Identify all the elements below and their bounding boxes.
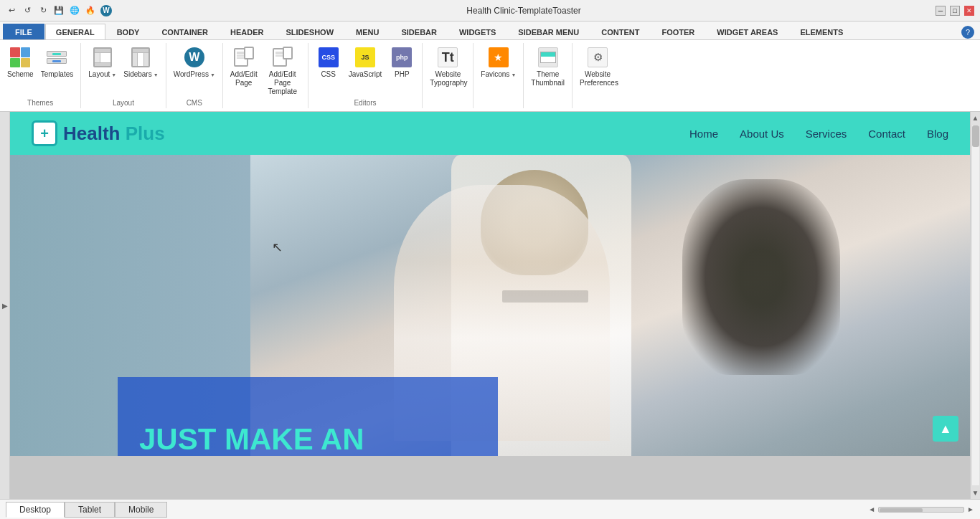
php-icon: php [390,46,413,69]
favicons-button[interactable]: ★ Favicons ▼ [478,44,519,80]
add-edit-template-button[interactable]: Add/Edit PageTemplate [262,44,303,97]
tab-general[interactable]: GENERAL [45,24,105,39]
javascript-label: JavaScript [349,70,382,79]
scroll-left-arrow[interactable]: ◄ [868,505,875,513]
ribbon-group-editors: CSS CSS JS JavaScript php PHP Editors [308,43,423,108]
tab-content[interactable]: CONTENT [590,24,650,39]
nav-about[interactable]: About Us [740,128,784,140]
wordpress-button[interactable]: W WordPress ▼ [171,44,218,80]
title-bar-left: ↩ ↺ ↻ 💾 🌐 🔥 W [6,5,112,16]
scroll-right-arrow[interactable]: ► [967,505,974,513]
php-button[interactable]: php PHP [386,44,418,80]
thumbnail-group-label [528,105,567,108]
typography-group-label [427,105,468,108]
logo-text: Health Plus [63,123,165,145]
close-button[interactable]: ✕ [964,6,974,16]
javascript-icon: JS [354,46,377,69]
add-edit-template-icon [271,46,294,69]
ribbon-tabs: FILE GENERAL BODY CONTAINER HEADER SLIDE… [0,22,980,40]
nav-home[interactable]: Home [689,128,718,140]
ribbon-group-thumbnail-items: ThemeThumbnail [528,43,567,105]
tab-body[interactable]: BODY [106,24,151,39]
tab-slideshow[interactable]: SLIDESHOW [275,24,344,39]
tab-footer[interactable]: FOOTER [651,24,705,39]
css-label: CSS [321,70,336,79]
tab-widgets[interactable]: WIDGETS [448,24,507,39]
ribbon-group-themes: Scheme Templates Themes [0,43,81,108]
sidebars-button[interactable]: Sidebars ▼ [121,44,161,80]
tab-header[interactable]: HEADER [220,24,274,39]
help-button[interactable]: ? [961,26,974,39]
ribbon-group-editors-items: CSS CSS JS JavaScript php PHP [313,43,418,97]
tab-tablet[interactable]: Tablet [65,502,115,518]
layout-button[interactable]: Layout ▼ [85,44,119,80]
logo-health: Health [63,123,120,144]
tab-elements[interactable]: ELEMENTS [789,24,854,39]
bottom-bar: Desktop Tablet Mobile ◄ ► [0,499,980,519]
undo2-icon[interactable]: ↺ [22,5,33,16]
tab-container[interactable]: CONTAINER [151,24,219,39]
theme-thumbnail-button[interactable]: ThemeThumbnail [528,44,567,89]
title-bar-controls: ─ □ ✕ [936,6,974,16]
website-typography-button[interactable]: Tt WebsiteTypography [427,44,468,89]
add-edit-template-label: Add/Edit PageTemplate [265,70,301,96]
tab-sidebar-menu[interactable]: SIDEBAR MENU [507,24,590,39]
themes-group-label: Themes [4,97,76,108]
css-icon: CSS [317,46,340,69]
wordpress-label: WordPress [174,70,209,79]
right-scrollbar: ▲ ▼ [970,112,980,499]
left-panel-handle[interactable]: ▶ [0,112,10,499]
horizontal-scrollbar: ◄ ► [868,505,974,513]
nav-services[interactable]: Services [806,128,847,140]
ribbon-group-preferences: ⚙ WebsitePreferences [573,43,623,108]
wp-dropdown-icon: ▼ [210,72,215,77]
ribbon-group-favicons-items: ★ Favicons ▼ [478,43,519,105]
hero-text-line1: JUST MAKE AN APPOINTMENT [139,423,476,456]
scroll-up-arrow[interactable]: ▲ [970,112,980,124]
sidebars-label: Sidebars [123,70,151,79]
scroll-thumb[interactable] [972,125,979,147]
logo-icon: + [32,120,57,146]
add-edit-page-label: Add/EditPage [230,70,258,87]
editors-group-label: Editors [313,97,418,108]
add-edit-page-button[interactable]: Add/EditPage [227,44,260,89]
tab-sidebar[interactable]: SIDEBAR [390,24,448,39]
add-edit-page-icon [232,46,255,69]
wp-icon[interactable]: W [100,5,112,16]
layout-group-label: Layout [85,97,161,108]
website-typography-label: WebsiteTypography [430,70,466,87]
site-nav: Home About Us Services Contact Blog [689,128,948,140]
tab-widget-areas[interactable]: WIDGET AREAS [706,24,788,39]
tab-desktop[interactable]: Desktop [6,502,65,518]
scroll-up-button[interactable]: ▲ [933,416,958,442]
favicons-group-label [478,105,519,108]
redo-icon[interactable]: ↻ [37,5,49,16]
website-preferences-button[interactable]: ⚙ WebsitePreferences [577,44,618,89]
javascript-button[interactable]: JS JavaScript [346,44,385,80]
maximize-button[interactable]: □ [950,6,960,16]
save-icon[interactable]: 💾 [53,5,65,16]
logo-plus: Plus [120,123,164,144]
website-preview: + Health Plus Home About Us Services Con… [10,112,970,456]
ribbon-group-layout-items: Layout ▼ Sidebars [85,43,161,97]
scheme-button[interactable]: Scheme [4,44,37,80]
ribbon-panel: Scheme Templates Themes [0,40,980,112]
css-button[interactable]: CSS CSS [313,44,344,80]
nav-contact[interactable]: Contact [868,128,905,140]
tab-file[interactable]: FILE [3,24,44,39]
theme-thumbnail-label: ThemeThumbnail [531,70,565,87]
minimize-button[interactable]: ─ [936,6,946,16]
ribbon-group-favicons: ★ Favicons ▼ [473,43,524,108]
title-bar: ↩ ↺ ↻ 💾 🌐 🔥 W Health Clinic-TemplateToas… [0,0,980,22]
preview-content: + Health Plus Home About Us Services Con… [10,112,970,499]
tab-menu[interactable]: MENU [345,24,390,39]
tab-mobile[interactable]: Mobile [115,502,167,518]
nav-blog[interactable]: Blog [927,128,948,140]
scroll-down-arrow[interactable]: ▼ [970,487,980,499]
templates-button[interactable]: Templates [38,44,77,80]
undo-icon[interactable]: ↩ [6,5,17,16]
theme-thumbnail-icon [537,46,560,69]
browser-icon[interactable]: 🌐 [69,5,80,16]
hero-overlay: JUST MAKE AN APPOINTMENT [118,377,498,456]
fire-icon[interactable]: 🔥 [85,5,96,16]
